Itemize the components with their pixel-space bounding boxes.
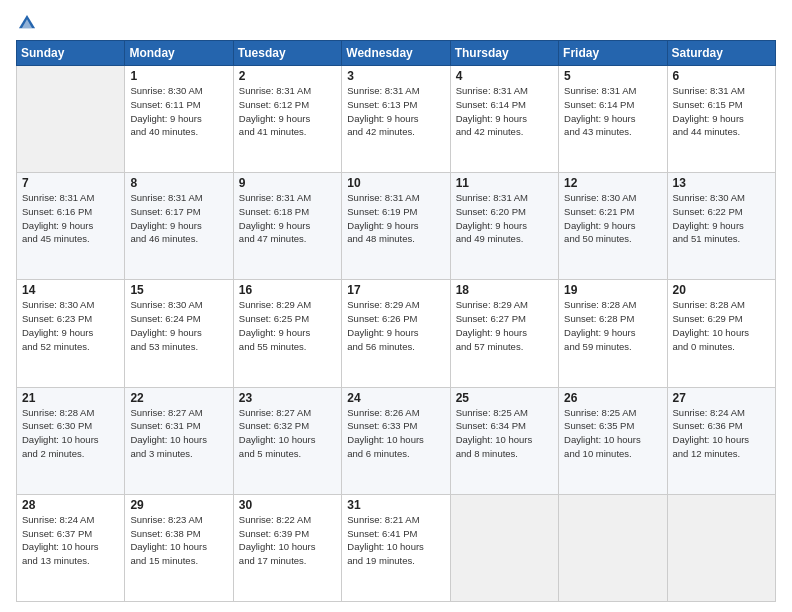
day-info: Sunrise: 8:26 AM Sunset: 6:33 PM Dayligh…: [347, 406, 444, 461]
table-row: 30Sunrise: 8:22 AM Sunset: 6:39 PM Dayli…: [233, 494, 341, 601]
day-info: Sunrise: 8:31 AM Sunset: 6:14 PM Dayligh…: [564, 84, 661, 139]
table-row: 7Sunrise: 8:31 AM Sunset: 6:16 PM Daylig…: [17, 173, 125, 280]
day-info: Sunrise: 8:30 AM Sunset: 6:11 PM Dayligh…: [130, 84, 227, 139]
table-row: 17Sunrise: 8:29 AM Sunset: 6:26 PM Dayli…: [342, 280, 450, 387]
day-number: 5: [564, 69, 661, 83]
day-number: 30: [239, 498, 336, 512]
day-info: Sunrise: 8:22 AM Sunset: 6:39 PM Dayligh…: [239, 513, 336, 568]
day-number: 10: [347, 176, 444, 190]
day-number: 7: [22, 176, 119, 190]
day-info: Sunrise: 8:29 AM Sunset: 6:26 PM Dayligh…: [347, 298, 444, 353]
table-row: 16Sunrise: 8:29 AM Sunset: 6:25 PM Dayli…: [233, 280, 341, 387]
calendar-header-row: Sunday Monday Tuesday Wednesday Thursday…: [17, 41, 776, 66]
day-number: 13: [673, 176, 770, 190]
day-info: Sunrise: 8:27 AM Sunset: 6:32 PM Dayligh…: [239, 406, 336, 461]
day-number: 23: [239, 391, 336, 405]
day-info: Sunrise: 8:31 AM Sunset: 6:14 PM Dayligh…: [456, 84, 553, 139]
table-row: 13Sunrise: 8:30 AM Sunset: 6:22 PM Dayli…: [667, 173, 775, 280]
col-tuesday: Tuesday: [233, 41, 341, 66]
header: [16, 12, 776, 34]
calendar-week-row: 7Sunrise: 8:31 AM Sunset: 6:16 PM Daylig…: [17, 173, 776, 280]
day-info: Sunrise: 8:29 AM Sunset: 6:27 PM Dayligh…: [456, 298, 553, 353]
day-info: Sunrise: 8:24 AM Sunset: 6:36 PM Dayligh…: [673, 406, 770, 461]
calendar-week-row: 21Sunrise: 8:28 AM Sunset: 6:30 PM Dayli…: [17, 387, 776, 494]
table-row: 2Sunrise: 8:31 AM Sunset: 6:12 PM Daylig…: [233, 66, 341, 173]
day-number: 25: [456, 391, 553, 405]
day-number: 24: [347, 391, 444, 405]
table-row: 31Sunrise: 8:21 AM Sunset: 6:41 PM Dayli…: [342, 494, 450, 601]
col-monday: Monday: [125, 41, 233, 66]
table-row: 9Sunrise: 8:31 AM Sunset: 6:18 PM Daylig…: [233, 173, 341, 280]
table-row: 15Sunrise: 8:30 AM Sunset: 6:24 PM Dayli…: [125, 280, 233, 387]
table-row: 14Sunrise: 8:30 AM Sunset: 6:23 PM Dayli…: [17, 280, 125, 387]
table-row: 12Sunrise: 8:30 AM Sunset: 6:21 PM Dayli…: [559, 173, 667, 280]
day-info: Sunrise: 8:24 AM Sunset: 6:37 PM Dayligh…: [22, 513, 119, 568]
col-saturday: Saturday: [667, 41, 775, 66]
day-number: 11: [456, 176, 553, 190]
day-info: Sunrise: 8:31 AM Sunset: 6:16 PM Dayligh…: [22, 191, 119, 246]
table-row: [559, 494, 667, 601]
table-row: 3Sunrise: 8:31 AM Sunset: 6:13 PM Daylig…: [342, 66, 450, 173]
col-wednesday: Wednesday: [342, 41, 450, 66]
table-row: 1Sunrise: 8:30 AM Sunset: 6:11 PM Daylig…: [125, 66, 233, 173]
day-number: 4: [456, 69, 553, 83]
day-number: 6: [673, 69, 770, 83]
day-info: Sunrise: 8:31 AM Sunset: 6:15 PM Dayligh…: [673, 84, 770, 139]
day-number: 29: [130, 498, 227, 512]
day-number: 19: [564, 283, 661, 297]
logo: [16, 12, 42, 34]
table-row: 8Sunrise: 8:31 AM Sunset: 6:17 PM Daylig…: [125, 173, 233, 280]
day-number: 3: [347, 69, 444, 83]
day-info: Sunrise: 8:25 AM Sunset: 6:35 PM Dayligh…: [564, 406, 661, 461]
page: Sunday Monday Tuesday Wednesday Thursday…: [0, 0, 792, 612]
table-row: 5Sunrise: 8:31 AM Sunset: 6:14 PM Daylig…: [559, 66, 667, 173]
day-info: Sunrise: 8:31 AM Sunset: 6:18 PM Dayligh…: [239, 191, 336, 246]
day-info: Sunrise: 8:23 AM Sunset: 6:38 PM Dayligh…: [130, 513, 227, 568]
day-info: Sunrise: 8:31 AM Sunset: 6:20 PM Dayligh…: [456, 191, 553, 246]
calendar-week-row: 14Sunrise: 8:30 AM Sunset: 6:23 PM Dayli…: [17, 280, 776, 387]
day-info: Sunrise: 8:27 AM Sunset: 6:31 PM Dayligh…: [130, 406, 227, 461]
day-info: Sunrise: 8:28 AM Sunset: 6:28 PM Dayligh…: [564, 298, 661, 353]
day-info: Sunrise: 8:31 AM Sunset: 6:13 PM Dayligh…: [347, 84, 444, 139]
day-info: Sunrise: 8:30 AM Sunset: 6:22 PM Dayligh…: [673, 191, 770, 246]
table-row: 29Sunrise: 8:23 AM Sunset: 6:38 PM Dayli…: [125, 494, 233, 601]
table-row: 6Sunrise: 8:31 AM Sunset: 6:15 PM Daylig…: [667, 66, 775, 173]
calendar-week-row: 1Sunrise: 8:30 AM Sunset: 6:11 PM Daylig…: [17, 66, 776, 173]
day-info: Sunrise: 8:29 AM Sunset: 6:25 PM Dayligh…: [239, 298, 336, 353]
day-info: Sunrise: 8:31 AM Sunset: 6:19 PM Dayligh…: [347, 191, 444, 246]
day-number: 17: [347, 283, 444, 297]
col-thursday: Thursday: [450, 41, 558, 66]
day-number: 22: [130, 391, 227, 405]
day-info: Sunrise: 8:21 AM Sunset: 6:41 PM Dayligh…: [347, 513, 444, 568]
day-info: Sunrise: 8:28 AM Sunset: 6:30 PM Dayligh…: [22, 406, 119, 461]
day-info: Sunrise: 8:25 AM Sunset: 6:34 PM Dayligh…: [456, 406, 553, 461]
table-row: [450, 494, 558, 601]
table-row: 28Sunrise: 8:24 AM Sunset: 6:37 PM Dayli…: [17, 494, 125, 601]
table-row: 25Sunrise: 8:25 AM Sunset: 6:34 PM Dayli…: [450, 387, 558, 494]
col-sunday: Sunday: [17, 41, 125, 66]
table-row: 18Sunrise: 8:29 AM Sunset: 6:27 PM Dayli…: [450, 280, 558, 387]
table-row: 10Sunrise: 8:31 AM Sunset: 6:19 PM Dayli…: [342, 173, 450, 280]
table-row: 27Sunrise: 8:24 AM Sunset: 6:36 PM Dayli…: [667, 387, 775, 494]
day-info: Sunrise: 8:30 AM Sunset: 6:24 PM Dayligh…: [130, 298, 227, 353]
day-number: 27: [673, 391, 770, 405]
day-number: 2: [239, 69, 336, 83]
day-number: 21: [22, 391, 119, 405]
table-row: 26Sunrise: 8:25 AM Sunset: 6:35 PM Dayli…: [559, 387, 667, 494]
day-info: Sunrise: 8:31 AM Sunset: 6:12 PM Dayligh…: [239, 84, 336, 139]
day-number: 8: [130, 176, 227, 190]
day-number: 26: [564, 391, 661, 405]
calendar-week-row: 28Sunrise: 8:24 AM Sunset: 6:37 PM Dayli…: [17, 494, 776, 601]
table-row: [17, 66, 125, 173]
day-number: 1: [130, 69, 227, 83]
table-row: 23Sunrise: 8:27 AM Sunset: 6:32 PM Dayli…: [233, 387, 341, 494]
table-row: 19Sunrise: 8:28 AM Sunset: 6:28 PM Dayli…: [559, 280, 667, 387]
table-row: [667, 494, 775, 601]
day-number: 31: [347, 498, 444, 512]
day-info: Sunrise: 8:30 AM Sunset: 6:23 PM Dayligh…: [22, 298, 119, 353]
calendar-table: Sunday Monday Tuesday Wednesday Thursday…: [16, 40, 776, 602]
col-friday: Friday: [559, 41, 667, 66]
day-number: 9: [239, 176, 336, 190]
day-number: 20: [673, 283, 770, 297]
day-info: Sunrise: 8:28 AM Sunset: 6:29 PM Dayligh…: [673, 298, 770, 353]
